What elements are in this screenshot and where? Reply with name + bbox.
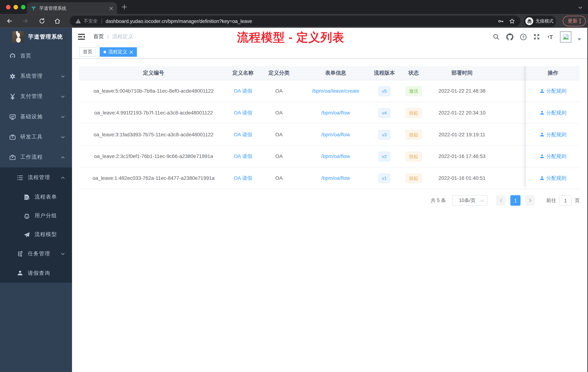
tag-首页[interactable]: 首页	[79, 47, 96, 57]
navbar-right-tools: ? тT	[492, 28, 581, 46]
sidebar-item-支付管理[interactable]: 支付管理	[0, 86, 72, 107]
home-button-icon[interactable]	[54, 18, 61, 24]
deploy-time: 2022-01-22 19:19:11	[439, 132, 485, 137]
next-page-button-chevron-right-icon[interactable]	[525, 195, 535, 206]
column-header-部署时间: 部署时间	[430, 66, 494, 80]
version-cell: v5	[371, 80, 398, 102]
page-number-button[interactable]: 1	[510, 195, 521, 206]
breadcrumb-home[interactable]: 首页	[94, 33, 104, 40]
search-icon[interactable]	[492, 33, 500, 41]
sidebar-item-流程模型[interactable]: 流程模型	[0, 225, 72, 244]
column-header-操作: 操作	[526, 66, 580, 80]
assign-rule-link[interactable]: 分配规则	[539, 109, 567, 116]
avatar-dropdown-caret-icon[interactable]	[578, 38, 581, 40]
definition-name-link[interactable]: OA 请假	[234, 153, 252, 160]
sidebar-item-请假查询[interactable]: 请假查询	[0, 263, 72, 283]
reload-button-icon[interactable]	[39, 18, 45, 24]
kebab-menu-icon[interactable]	[579, 18, 581, 24]
tag-label: 流程定义	[108, 49, 127, 55]
form-link[interactable]: /bpm/oa/flow	[321, 110, 350, 116]
help-icon[interactable]: ?	[519, 33, 527, 41]
definition-name-link[interactable]: OA 请假	[234, 175, 252, 181]
column-header-label: 定义名称	[232, 70, 254, 77]
paper-plane-icon	[23, 231, 30, 238]
font-size-icon[interactable]: тT	[546, 33, 554, 41]
bookmark-star-icon[interactable]	[509, 18, 515, 24]
definition-name-link[interactable]: OA 请假	[234, 88, 252, 94]
sidebar-item-基础设施[interactable]: 基础设施	[0, 107, 72, 127]
table-row: oa_leave:3:1fad3d93-7b75-11ec-a3c8-acde4…	[79, 124, 580, 146]
goto-page-input[interactable]	[559, 195, 572, 206]
definition-name-cell: OA 请假	[228, 146, 258, 167]
assign-rule-label: 分配规则	[546, 153, 566, 160]
sidebar-item-任务管理[interactable]: 任务管理	[0, 244, 72, 263]
page-size-select[interactable]: 10条/页	[452, 195, 487, 206]
chevron-up-icon	[60, 155, 65, 160]
update-browser-button[interactable]: 更新	[563, 16, 586, 26]
browser-tab[interactable]: 芋道管理系统	[27, 2, 117, 14]
column-header-定义名称: 定义名称	[228, 66, 258, 80]
sidebar-item-系统管理[interactable]: 系统管理	[0, 66, 72, 86]
definition-name-link[interactable]: OA 请假	[234, 109, 252, 116]
zoom-window-button[interactable]	[21, 5, 26, 10]
form-link[interactable]: /bpm/oa/flow	[321, 175, 350, 181]
definition-id-cell: oa_leave:2:3c1f0ef1-76b1-11ec-9c66-a2380…	[79, 146, 228, 167]
new-tab-button-plus-icon[interactable]	[121, 3, 128, 12]
key-icon[interactable]	[498, 18, 504, 24]
assign-rule-link[interactable]: 分配规则	[539, 131, 567, 138]
chevron-down-icon	[60, 134, 65, 139]
assign-rule-link[interactable]: 分配规则	[539, 175, 567, 181]
form-link[interactable]: /bpm/oa/leave/create	[312, 88, 359, 94]
forward-button-arrow-right-icon[interactable]	[22, 18, 29, 24]
assign-rule-label: 分配规则	[546, 131, 566, 138]
sidebar-logo-row[interactable]: 芋道管理系统	[0, 28, 72, 46]
status-cell: 挂起	[398, 146, 430, 167]
sidebar-item-工作流程[interactable]: 工作流程	[0, 147, 72, 167]
form-info-cell: /bpm/oa/flow	[300, 167, 371, 189]
table-header-row: 定义编号定义名称定义分类表单信息流程版本状态部署时间操作	[79, 66, 580, 80]
sidebar-item-研发工具[interactable]: 研发工具	[0, 127, 72, 147]
sidebar-item-首页[interactable]: 首页	[0, 46, 72, 66]
definition-name-cell: OA 请假	[228, 124, 258, 145]
address-bar[interactable]: 不安全 dashboard.yudao.iocoder.cn/bpm/manag…	[70, 16, 521, 26]
action-cell: 分配规则	[526, 167, 580, 189]
chevron-up-icon	[60, 175, 65, 180]
minimize-window-button[interactable]	[13, 5, 18, 10]
sidebar-item-流程管理[interactable]: 流程管理	[0, 167, 72, 188]
form-link[interactable]: /bpm/oa/flow	[321, 132, 350, 137]
gear-icon	[9, 73, 16, 79]
definition-name-cell: OA 请假	[228, 80, 258, 102]
column-header-label: 状态	[408, 70, 419, 77]
user-avatar-broken-image[interactable]	[560, 31, 571, 43]
definition-name-link[interactable]: OA 请假	[234, 131, 252, 138]
close-icon[interactable]	[129, 50, 133, 54]
github-icon[interactable]	[506, 33, 513, 41]
sidebar-item-用户分组[interactable]: 用户分组	[0, 206, 72, 225]
category-cell: OA	[258, 124, 300, 145]
browser-toolbar: 不安全 dashboard.yudao.iocoder.cn/bpm/manag…	[0, 14, 588, 28]
user-icon	[539, 154, 544, 159]
app-logo-avatar	[12, 31, 24, 43]
fullscreen-icon[interactable]	[533, 33, 540, 41]
incognito-icon	[525, 17, 533, 25]
form-link[interactable]: /bpm/oa/flow	[321, 153, 350, 159]
form-info-cell: /bpm/oa/flow	[300, 102, 371, 124]
close-tab-icon[interactable]	[109, 6, 113, 10]
tab-strip: 芋道管理系统	[0, 0, 588, 14]
hamburger-icon[interactable]	[78, 33, 85, 40]
back-button-arrow-left-icon[interactable]	[6, 18, 13, 24]
row-spacer	[494, 124, 526, 145]
assign-rule-link[interactable]: 分配规则	[539, 153, 567, 160]
tag-流程定义[interactable]: 流程定义	[100, 47, 137, 57]
sidebar-item-流程表单[interactable]: 流程表单	[0, 188, 72, 206]
user-icon	[539, 110, 544, 115]
tab-search-chevron-down-icon[interactable]	[578, 5, 583, 12]
column-header-label: 定义编号	[143, 70, 164, 77]
dashboard-icon	[9, 53, 16, 59]
close-window-button[interactable]	[6, 5, 10, 10]
prev-page-button-chevron-left-icon[interactable]	[496, 195, 506, 206]
chevron-down-icon	[60, 74, 65, 79]
window-edge-scrollbar[interactable]	[587, 28, 588, 372]
assign-rule-link[interactable]: 分配规则	[539, 88, 567, 94]
category-value: OA	[275, 110, 283, 116]
